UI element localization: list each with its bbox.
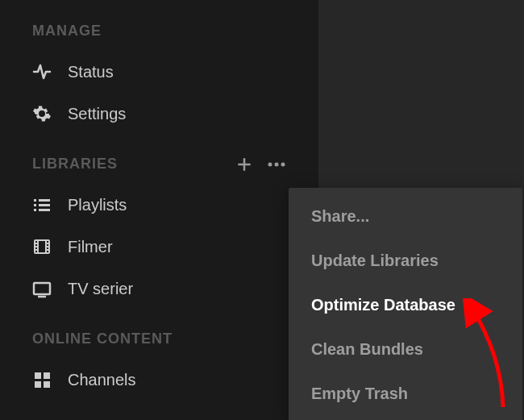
menu-optimize-database[interactable]: Optimize Database <box>289 283 522 327</box>
section-libraries: LIBRARIES <box>0 149 318 184</box>
nav-status[interactable]: Status <box>0 51 318 93</box>
svg-rect-23 <box>35 372 41 379</box>
nav-label: Playlists <box>68 196 127 214</box>
tv-icon <box>32 279 52 298</box>
svg-rect-7 <box>39 199 50 202</box>
svg-rect-26 <box>44 381 50 388</box>
section-online: ONLINE CONTENT <box>0 324 318 359</box>
section-title: ONLINE CONTENT <box>32 331 173 347</box>
svg-point-3 <box>268 162 272 166</box>
section-manage: MANAGE <box>0 16 318 51</box>
playlist-icon <box>32 195 52 214</box>
svg-point-4 <box>275 162 279 166</box>
menu-empty-trash[interactable]: Empty Trash <box>289 372 522 416</box>
nav-label: Status <box>68 63 114 81</box>
section-title: LIBRARIES <box>32 156 118 173</box>
svg-rect-25 <box>35 381 41 388</box>
svg-rect-24 <box>44 372 50 379</box>
svg-point-5 <box>281 162 285 166</box>
menu-share[interactable]: Share... <box>289 194 522 239</box>
menu-clean-bundles[interactable]: Clean Bundles <box>289 327 522 372</box>
svg-rect-10 <box>34 209 36 211</box>
nav-label: Filmer <box>68 238 113 256</box>
sidebar: MANAGE Status Settings LIBRARIES <box>0 0 318 420</box>
nav-tv-serier[interactable]: TV serier <box>0 268 318 310</box>
gear-icon <box>32 104 52 123</box>
nav-label: Channels <box>68 371 136 389</box>
nav-channels[interactable]: Channels <box>0 359 318 401</box>
film-icon <box>32 237 52 256</box>
svg-rect-6 <box>34 199 36 202</box>
more-icon[interactable] <box>267 161 286 168</box>
svg-rect-11 <box>39 209 50 211</box>
svg-rect-9 <box>39 204 50 206</box>
nav-settings[interactable]: Settings <box>0 93 318 135</box>
svg-rect-21 <box>34 283 50 294</box>
svg-point-0 <box>40 111 44 116</box>
nav-playlists[interactable]: Playlists <box>0 184 318 226</box>
svg-rect-8 <box>34 204 36 206</box>
menu-update-libraries[interactable]: Update Libraries <box>289 239 522 283</box>
activity-icon <box>32 62 52 81</box>
plus-icon[interactable] <box>236 156 252 173</box>
nav-label: TV serier <box>68 280 133 298</box>
channels-icon <box>32 370 52 389</box>
context-menu: Share... Update Libraries Optimize Datab… <box>289 188 522 420</box>
section-title: MANAGE <box>32 23 102 40</box>
nav-filmer[interactable]: Filmer <box>0 226 318 268</box>
nav-label: Settings <box>68 105 126 123</box>
